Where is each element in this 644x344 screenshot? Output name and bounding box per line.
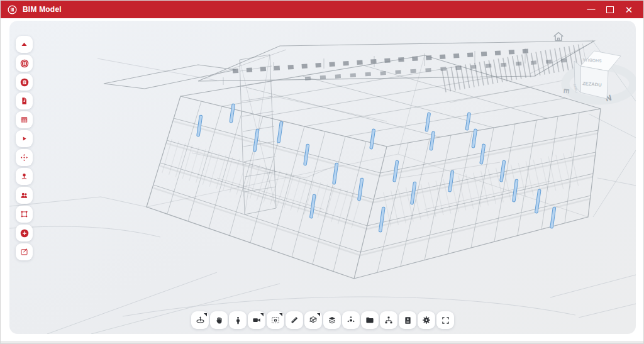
sidebar-item-roam-mode[interactable]: [16, 168, 33, 185]
sidebar-item-markup-edit[interactable]: [16, 243, 33, 260]
users-icon: [19, 191, 29, 200]
viewport-3d[interactable]: E N ZEZADU SHOBUA ZADU: [9, 21, 636, 334]
tool-walk[interactable]: [229, 311, 247, 329]
tree-icon: [384, 315, 394, 325]
selection-frame-icon: [19, 209, 29, 219]
tool-project-files[interactable]: [361, 311, 379, 329]
sidebar-item-add[interactable]: [16, 225, 33, 241]
sidebar-item-export-file[interactable]: [16, 92, 33, 109]
explode-icon: [346, 315, 356, 325]
content-frame: E N ZEZADU SHOBUA ZADU: [1, 18, 643, 343]
minimize-button[interactable]: —: [583, 2, 599, 17]
terrain-contours: [9, 40, 636, 334]
titlebar: BIM Model — ✕: [1, 1, 643, 18]
file-download-icon: [19, 96, 29, 106]
flyout-badge-icon: [279, 313, 282, 316]
tool-pan[interactable]: [210, 311, 228, 329]
tool-video[interactable]: [248, 311, 265, 329]
sidebar-item-select-region[interactable]: [16, 206, 33, 223]
tool-orbit[interactable]: [191, 311, 209, 329]
plus-circle-icon: [19, 228, 30, 238]
home-view-button[interactable]: [552, 31, 565, 43]
folder-icon: [365, 315, 375, 325]
minimize-icon: —: [587, 4, 596, 13]
ruler-icon: [289, 315, 299, 325]
close-icon: ✕: [625, 5, 633, 14]
sidebar-item-project-info[interactable]: [16, 74, 33, 91]
maximize-button[interactable]: [602, 2, 618, 17]
tool-fullscreen[interactable]: [436, 311, 454, 329]
edit-box-icon: [19, 247, 29, 257]
video-camera-icon: [252, 315, 262, 325]
collapse-panel-button[interactable]: [16, 36, 33, 53]
person-icon: [233, 316, 243, 325]
move-arrows-icon: [19, 153, 29, 162]
flyout-badge-icon: [317, 313, 320, 316]
fullscreen-icon: [441, 316, 450, 325]
sidebar-item-model-structure[interactable]: [16, 55, 33, 72]
tool-snapshot[interactable]: [267, 311, 284, 329]
gear-icon: [421, 315, 431, 325]
close-button[interactable]: ✕: [621, 2, 637, 17]
clipboard-circle-icon: [19, 77, 30, 87]
tool-structure-tree[interactable]: [380, 311, 397, 329]
table-icon: [19, 115, 29, 125]
play-icon: [19, 134, 29, 143]
tool-section-box[interactable]: [304, 311, 322, 329]
section-cube-icon: [308, 315, 318, 325]
home-icon: [552, 31, 565, 42]
tool-measure[interactable]: [286, 311, 303, 329]
flyout-badge-icon: [204, 313, 207, 316]
window-controls: — ✕: [583, 2, 637, 17]
layers-icon: [327, 315, 337, 325]
sidebar-item-move-model[interactable]: [16, 149, 33, 166]
tool-layers[interactable]: [323, 311, 341, 329]
hand-icon: [214, 315, 224, 325]
sidebar-item-schedule-table[interactable]: [16, 111, 33, 128]
flyout-badge-icon: [260, 313, 264, 316]
sidebar-item-collaboration[interactable]: [16, 187, 33, 204]
left-sidebar: [16, 36, 33, 260]
tool-settings[interactable]: [418, 311, 435, 329]
id-card-icon: [403, 316, 413, 325]
model-canvas[interactable]: E N ZEZADU SHOBUA ZADU: [9, 21, 636, 334]
bottom-toolbar: [191, 311, 454, 329]
maximize-icon: [606, 6, 614, 13]
window-bottom-edge: [1, 341, 643, 343]
tool-explode[interactable]: [342, 311, 360, 329]
orbit-icon: [195, 315, 206, 326]
building-wireframe: [104, 41, 601, 279]
window-title: BIM Model: [23, 5, 62, 14]
app-window: BIM Model — ✕: [0, 0, 644, 344]
capture-icon: [270, 315, 280, 325]
bim-logo-icon: [7, 4, 18, 15]
tool-properties[interactable]: [399, 311, 416, 329]
bim-logo-icon: [19, 58, 30, 69]
joystick-icon: [19, 172, 29, 181]
sidebar-item-play-simulation[interactable]: [16, 130, 33, 147]
triangle-up-icon: [19, 40, 29, 49]
compass-east-label: E: [562, 88, 571, 94]
view-cube[interactable]: E N ZEZADU SHOBUA ZADU: [562, 51, 633, 103]
